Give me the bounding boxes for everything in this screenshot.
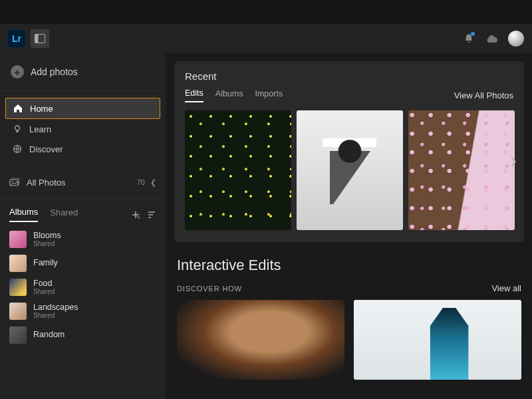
window-top-strip bbox=[0, 0, 532, 24]
content-area: Recent Edits Albums Imports View All Pho… bbox=[166, 53, 532, 399]
plus-circle-icon: + bbox=[11, 65, 24, 78]
recent-thumbnails bbox=[185, 110, 513, 230]
recent-tabs: Edits Albums Imports View All Photos bbox=[185, 88, 513, 102]
image-stack-icon bbox=[9, 177, 20, 188]
album-sublabel: Shared bbox=[33, 312, 78, 319]
account-avatar[interactable] bbox=[508, 31, 524, 47]
nav-discover[interactable]: Discover bbox=[5, 139, 160, 159]
nav-learn[interactable]: Learn bbox=[5, 119, 160, 139]
sort-icon bbox=[147, 210, 156, 219]
album-thumbnail bbox=[9, 303, 27, 320]
globe-icon bbox=[12, 144, 23, 154]
chevron-left-icon: ❮ bbox=[150, 178, 156, 187]
all-photos-label: All Photos bbox=[27, 178, 66, 188]
cloud-sync-button[interactable] bbox=[484, 31, 499, 46]
album-sublabel: Shared bbox=[33, 240, 61, 247]
notification-dot-icon bbox=[471, 32, 475, 36]
recent-photo-thumb[interactable] bbox=[297, 110, 403, 230]
svg-point-2 bbox=[15, 126, 20, 130]
albums-tab-shared[interactable]: Shared bbox=[50, 207, 78, 221]
recent-title: Recent bbox=[185, 70, 513, 82]
sidebar: + Add photos Home Learn Discover All Pho… bbox=[0, 53, 166, 399]
svg-point-6 bbox=[12, 181, 13, 182]
album-thumbnail bbox=[9, 255, 27, 272]
primary-nav: Home Learn Discover bbox=[0, 91, 166, 166]
svg-rect-1 bbox=[35, 35, 39, 43]
title-bar: Lr bbox=[0, 24, 532, 53]
all-photos-row[interactable]: All Photos 70 ❮ bbox=[0, 166, 166, 199]
album-item[interactable]: Family bbox=[7, 251, 159, 275]
nav-home[interactable]: Home bbox=[5, 98, 160, 119]
view-all-photos-link[interactable]: View All Photos bbox=[454, 90, 513, 100]
album-name: Random bbox=[33, 331, 65, 340]
notifications-button[interactable] bbox=[462, 31, 476, 46]
cloud-icon bbox=[485, 34, 498, 43]
nav-label: Home bbox=[30, 104, 53, 114]
recent-panel: Recent Edits Albums Imports View All Pho… bbox=[174, 61, 524, 242]
nav-label: Learn bbox=[29, 124, 51, 134]
album-thumbnail bbox=[9, 231, 27, 248]
interactive-edits-subtitle: DISCOVER HOW bbox=[177, 285, 242, 293]
album-name: Landscapes bbox=[33, 303, 78, 313]
add-photos-label: Add photos bbox=[31, 66, 78, 77]
album-item[interactable]: Random bbox=[7, 323, 159, 347]
recent-photo-thumb[interactable] bbox=[185, 110, 291, 230]
chevron-right-icon: ❯ bbox=[509, 156, 517, 166]
panel-icon bbox=[35, 34, 45, 43]
lightbulb-icon bbox=[12, 124, 23, 134]
interactive-edit-thumb[interactable] bbox=[354, 300, 521, 380]
add-photos-button[interactable]: + Add photos bbox=[0, 53, 166, 91]
app-logo[interactable]: Lr bbox=[8, 30, 25, 47]
album-name: Family bbox=[33, 259, 58, 268]
all-photos-count: 70 bbox=[137, 178, 145, 186]
add-album-button[interactable] bbox=[131, 210, 140, 219]
recent-tab-edits[interactable]: Edits bbox=[185, 88, 203, 102]
sort-albums-button[interactable] bbox=[147, 210, 156, 219]
album-list: BloomsShared Family FoodShared Landscape… bbox=[0, 222, 166, 352]
album-item[interactable]: FoodShared bbox=[7, 275, 159, 299]
panel-toggle-button[interactable] bbox=[31, 29, 49, 48]
album-sublabel: Shared bbox=[33, 288, 55, 295]
album-item[interactable]: BloomsShared bbox=[7, 227, 159, 251]
recent-tab-albums[interactable]: Albums bbox=[215, 89, 243, 102]
recent-tab-imports[interactable]: Imports bbox=[255, 89, 283, 102]
interactive-edits-section: Interactive Edits DISCOVER HOW View all bbox=[177, 257, 521, 380]
recent-next-button[interactable]: ❯ bbox=[505, 152, 521, 170]
albums-tab-albums[interactable]: Albums bbox=[9, 207, 38, 222]
interactive-edits-title: Interactive Edits bbox=[177, 257, 521, 274]
albums-header: Albums Shared bbox=[0, 199, 166, 222]
album-name: Food bbox=[33, 279, 55, 289]
recent-photo-thumb[interactable] bbox=[408, 110, 515, 230]
album-thumbnail bbox=[9, 327, 27, 344]
nav-label: Discover bbox=[29, 144, 63, 154]
interactive-edits-view-all-link[interactable]: View all bbox=[491, 283, 521, 293]
plus-icon bbox=[131, 210, 140, 219]
album-name: Blooms bbox=[33, 231, 61, 241]
album-item[interactable]: LandscapesShared bbox=[7, 299, 159, 323]
album-thumbnail bbox=[9, 279, 27, 296]
interactive-edit-thumb[interactable] bbox=[177, 300, 344, 380]
interactive-edits-row bbox=[177, 300, 521, 380]
home-icon bbox=[13, 103, 23, 114]
svg-rect-3 bbox=[17, 131, 19, 133]
